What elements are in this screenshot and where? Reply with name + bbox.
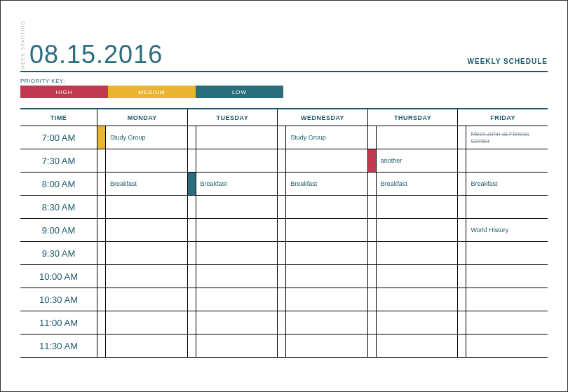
- day-cell-content: [196, 311, 278, 334]
- day-cell[interactable]: [97, 288, 188, 311]
- day-cell[interactable]: Breakfast: [97, 173, 188, 195]
- day-cell[interactable]: [458, 334, 548, 357]
- day-cell[interactable]: [278, 265, 368, 288]
- day-cell[interactable]: [368, 265, 459, 288]
- day-cell[interactable]: [368, 126, 459, 149]
- day-cell[interactable]: Study Group: [278, 126, 368, 149]
- day-cell[interactable]: [97, 196, 188, 218]
- day-cell[interactable]: [458, 149, 548, 172]
- priority-indicator: [188, 334, 196, 357]
- day-cell[interactable]: [97, 334, 188, 357]
- day-cell-content: [466, 196, 548, 218]
- table-row: 9:00 AMWorld History: [20, 219, 548, 242]
- grid-header-row: TIME MONDAY TUESDAY WEDNESDAY THURSDAY F…: [20, 109, 548, 126]
- day-cell-content: Meet John at Fitness Center: [466, 126, 548, 149]
- day-cell[interactable]: [188, 334, 278, 357]
- day-cell[interactable]: [188, 149, 278, 172]
- day-cell-content: [466, 149, 548, 172]
- day-cell[interactable]: [458, 265, 548, 288]
- day-cell[interactable]: [458, 196, 548, 218]
- day-cell-content: [196, 126, 278, 149]
- page-title: WEEKLY SCHEDULE: [468, 58, 548, 69]
- day-cell[interactable]: Study Group: [97, 126, 188, 149]
- day-cell[interactable]: [188, 219, 278, 241]
- day-cell[interactable]: [188, 265, 278, 288]
- priority-indicator: [278, 311, 286, 334]
- day-cell-content: [286, 242, 367, 264]
- day-cell-content: [196, 219, 278, 241]
- priority-indicator: [188, 149, 196, 172]
- day-cell[interactable]: [278, 149, 368, 172]
- priority-indicator: [97, 311, 106, 334]
- day-cell[interactable]: [368, 219, 459, 241]
- day-cell[interactable]: [278, 334, 368, 357]
- day-cell[interactable]: [278, 196, 368, 218]
- day-cell-content: [286, 265, 367, 288]
- priority-key: PRIORITY KEY: HIGH MEDIUM LOW: [20, 78, 548, 98]
- priority-indicator: [278, 242, 286, 264]
- day-cell[interactable]: [368, 288, 459, 311]
- day-cell-content: World History: [466, 219, 548, 241]
- day-cell[interactable]: [278, 311, 368, 334]
- priority-indicator: [278, 126, 286, 149]
- table-row: 11:00 AM: [20, 311, 548, 334]
- priority-indicator: [368, 219, 377, 241]
- priority-indicator: [97, 196, 106, 218]
- priority-indicator: [188, 196, 196, 218]
- day-cell[interactable]: [188, 126, 278, 149]
- day-cell-content: another: [377, 149, 458, 172]
- col-header-wednesday: WEDNESDAY: [278, 109, 368, 126]
- priority-indicator: [458, 311, 466, 334]
- day-cell[interactable]: World History: [458, 219, 548, 241]
- day-cell-content: [286, 311, 367, 334]
- day-cell[interactable]: another: [368, 149, 459, 172]
- priority-indicator: [278, 196, 286, 218]
- day-cell[interactable]: [97, 242, 188, 264]
- priority-indicator: [458, 196, 466, 218]
- day-cell[interactable]: [458, 311, 548, 334]
- day-cell[interactable]: [97, 265, 188, 288]
- day-cell[interactable]: Breakfast: [278, 173, 368, 195]
- time-cell: 9:30 AM: [20, 242, 97, 264]
- day-cell[interactable]: Breakfast: [368, 173, 459, 195]
- day-cell[interactable]: [278, 219, 368, 241]
- date-block: WEEK STARTING 08.15.2016: [20, 18, 163, 69]
- priority-indicator: [97, 242, 106, 264]
- day-cell-content: [106, 334, 187, 357]
- day-cell[interactable]: [278, 288, 368, 311]
- priority-indicator: [188, 265, 196, 288]
- day-cell-content: [286, 334, 367, 357]
- day-cell-content: [106, 288, 187, 311]
- day-cell[interactable]: [188, 311, 278, 334]
- day-cell[interactable]: Breakfast: [188, 173, 278, 195]
- day-cell-content: Breakfast: [377, 173, 458, 195]
- priority-indicator: [278, 288, 286, 311]
- table-row: 7:00 AMStudy GroupStudy GroupMeet John a…: [20, 126, 548, 149]
- priority-indicator: [458, 219, 466, 241]
- priority-indicator: [458, 242, 466, 264]
- day-cell[interactable]: Breakfast: [458, 173, 548, 195]
- day-cell[interactable]: [458, 288, 548, 311]
- day-cell[interactable]: [188, 196, 278, 218]
- day-cell[interactable]: [97, 149, 188, 172]
- col-header-tuesday: TUESDAY: [188, 109, 278, 126]
- priority-indicator: [188, 126, 196, 149]
- day-cell[interactable]: [97, 311, 188, 334]
- day-cell[interactable]: [368, 196, 459, 218]
- day-cell[interactable]: [97, 219, 188, 241]
- day-cell-content: [106, 219, 187, 241]
- day-cell-content: [106, 149, 187, 172]
- day-cell[interactable]: [458, 242, 548, 264]
- day-cell[interactable]: [278, 242, 368, 264]
- time-cell: 9:00 AM: [20, 219, 97, 241]
- day-cell[interactable]: [368, 311, 459, 334]
- day-cell[interactable]: [188, 288, 278, 311]
- time-cell: 10:00 AM: [20, 265, 97, 288]
- table-row: 9:30 AM: [20, 242, 548, 265]
- day-cell[interactable]: [188, 242, 278, 264]
- priority-indicator: [188, 173, 196, 195]
- day-cell[interactable]: Meet John at Fitness Center: [458, 126, 548, 149]
- day-cell-content: Study Group: [286, 126, 367, 149]
- day-cell[interactable]: [368, 334, 459, 357]
- day-cell[interactable]: [368, 242, 459, 264]
